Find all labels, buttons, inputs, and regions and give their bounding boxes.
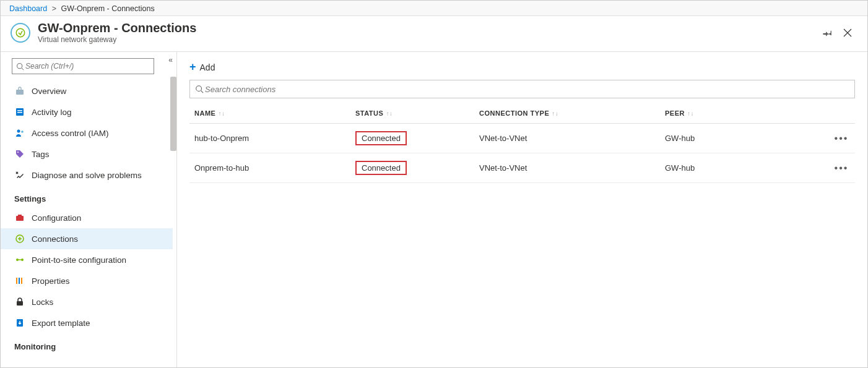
sort-icon: ↑↓ [218,110,225,117]
svg-point-7 [21,131,24,133]
sidebar-section-settings: Settings [1,186,173,207]
sidebar: « Overview Activity log Access control (… [1,52,177,368]
page-subtitle: Virtual network gateway [38,35,196,44]
close-button[interactable] [838,23,857,43]
sidebar-item-tags[interactable]: Tags [1,143,173,165]
svg-point-8 [17,152,19,153]
sidebar-item-export-template[interactable]: Export template [1,312,173,333]
sidebar-item-label: Connections [32,234,78,244]
connection-search[interactable] [189,80,855,98]
cell-connection-type: VNet-to-VNet [474,153,660,183]
plus-icon: + [189,61,196,74]
sidebar-item-label: Access control (IAM) [32,129,109,138]
breadcrumb-separator: > [52,4,56,13]
svg-rect-2 [16,90,24,95]
sidebar-item-properties[interactable]: Properties [1,270,173,291]
diagnose-icon [14,169,25,181]
svg-rect-4 [17,110,22,111]
cell-name[interactable]: hub-to-Onprem [189,124,350,153]
sidebar-search[interactable] [12,58,154,74]
toolbar: + Add [189,58,855,80]
sidebar-item-access-control[interactable]: Access control (IAM) [1,122,173,143]
page-title: GW-Onprem - Connections [38,21,196,35]
status-badge: Connected [355,161,407,175]
sidebar-item-label: Overview [32,87,66,96]
sidebar-item-label: Activity log [32,108,72,117]
sidebar-item-connections[interactable]: Connections [1,228,173,249]
configuration-icon [14,212,25,223]
sidebar-item-diagnose[interactable]: Diagnose and solve problems [1,165,173,186]
sidebar-item-activity-log[interactable]: Activity log [1,101,173,122]
export-template-icon [14,317,25,328]
sidebar-item-label: Export template [32,319,90,328]
connection-search-input[interactable] [204,84,849,95]
tag-icon [14,148,25,160]
sort-icon: ↑↓ [687,110,694,117]
activity-log-icon [14,106,25,118]
breadcrumb-current: GW-Onprem - Connections [61,4,154,13]
breadcrumb: Dashboard > GW-Onprem - Connections [1,1,867,16]
sidebar-item-label: Configuration [32,213,81,223]
svg-rect-14 [18,259,22,260]
sort-icon: ↑↓ [386,110,393,117]
sidebar-item-point-to-site[interactable]: Point-to-site configuration [1,249,173,270]
svg-point-1 [17,63,22,68]
sidebar-item-label: Locks [32,297,53,307]
col-header-name[interactable]: NAME↑↓ [189,103,350,124]
cell-peer[interactable]: GW-hub [660,153,828,183]
svg-rect-15 [16,278,17,284]
svg-rect-5 [17,112,22,113]
svg-rect-17 [21,278,22,284]
sidebar-item-label: Tags [32,150,50,159]
search-icon [195,85,204,93]
svg-point-0 [16,28,25,37]
sidebar-item-configuration[interactable]: Configuration [1,207,173,228]
p2s-icon [14,254,25,265]
svg-rect-18 [17,301,23,306]
cell-peer[interactable]: GW-hub [660,124,828,153]
connections-icon [14,233,25,244]
svg-rect-9 [16,216,24,221]
sidebar-item-label: Properties [32,276,70,286]
sidebar-section-monitoring: Monitoring [1,333,173,355]
status-badge: Connected [355,131,407,145]
svg-rect-16 [19,278,20,284]
col-header-status[interactable]: STATUS↑↓ [350,103,474,124]
sidebar-scrollbar[interactable] [170,80,176,151]
row-context-menu-button[interactable]: ••• [833,162,850,174]
search-icon [16,62,24,71]
page-header: GW-Onprem - Connections Virtual network … [1,16,867,52]
overview-icon [14,85,25,96]
row-context-menu-button[interactable]: ••• [833,132,850,145]
svg-rect-10 [18,215,22,216]
resource-type-icon [11,23,30,43]
table-row[interactable]: Onprem-to-hub Connected VNet-to-VNet GW-… [189,153,855,183]
cell-name[interactable]: Onprem-to-hub [189,153,350,183]
col-header-connection-type[interactable]: CONNECTION TYPE↑↓ [474,103,660,124]
content-pane: + Add NAME↑↓ STATUS↑↓ CONNECTION TYPE↑↓ … [177,52,867,368]
pin-button[interactable] [818,23,838,43]
properties-icon [14,275,25,286]
sidebar-item-label: Diagnose and solve problems [32,171,142,180]
table-row[interactable]: hub-to-Onprem Connected VNet-to-VNet GW-… [189,124,855,153]
sidebar-search-input[interactable] [24,61,150,71]
breadcrumb-root-link[interactable]: Dashboard [9,4,47,13]
locks-icon [14,296,25,307]
svg-point-6 [17,130,20,133]
sidebar-item-label: Point-to-site configuration [32,255,126,265]
sort-icon: ↑↓ [552,110,558,117]
title-block: GW-Onprem - Connections Virtual network … [38,21,196,44]
collapse-sidebar-button[interactable]: « [168,56,173,64]
add-button-label: Add [200,62,215,72]
access-control-icon [14,127,25,139]
connections-table: NAME↑↓ STATUS↑↓ CONNECTION TYPE↑↓ PEER↑↓… [189,103,855,183]
add-button[interactable]: + Add [189,61,215,74]
sidebar-item-locks[interactable]: Locks [1,291,173,312]
svg-point-20 [196,86,202,92]
col-header-peer[interactable]: PEER↑↓ [660,103,828,124]
cell-connection-type: VNet-to-VNet [474,124,660,153]
sidebar-item-overview[interactable]: Overview [1,80,173,101]
